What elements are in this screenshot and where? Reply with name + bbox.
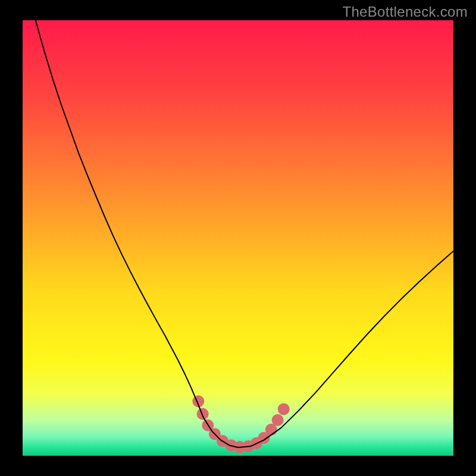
highlight-marker	[197, 408, 209, 420]
watermark-text: TheBottleneck.com	[342, 4, 468, 20]
bottleneck-chart	[23, 20, 453, 456]
highlight-marker	[278, 403, 290, 415]
chart-frame: TheBottleneck.com	[0, 0, 476, 476]
highlight-marker	[272, 414, 284, 426]
chart-svg	[23, 20, 453, 456]
chart-background	[23, 20, 453, 456]
